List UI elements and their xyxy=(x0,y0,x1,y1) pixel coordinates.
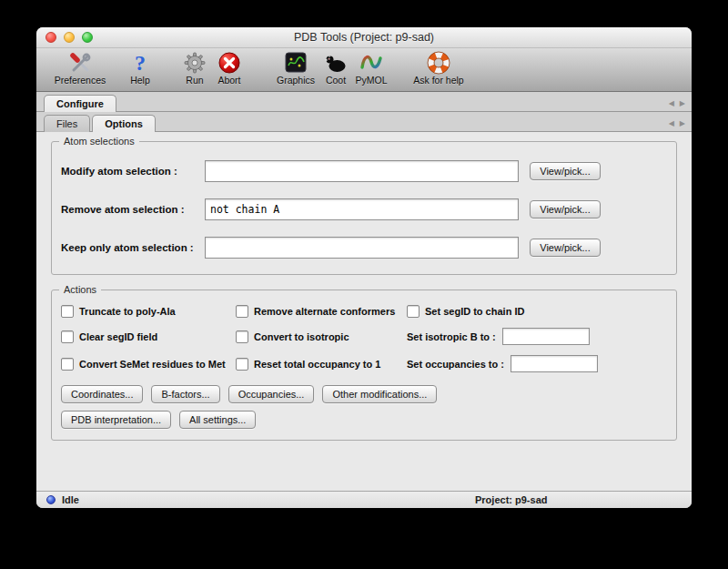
project-label: Project: p9-sad xyxy=(475,494,547,505)
window-title: PDB Tools (Project: p9-sad) xyxy=(36,27,692,47)
toolbar-label: Abort xyxy=(217,75,240,86)
set-occupancies-label: Set occupancies to : xyxy=(407,359,504,370)
toolbar-button-abort[interactable]: Abort xyxy=(213,50,246,86)
actions-buttons-row-1: Coordinates... B-factors... Occupancies.… xyxy=(61,385,667,403)
checkbox-icon[interactable] xyxy=(61,330,74,343)
coordinates-button[interactable]: Coordinates... xyxy=(61,385,143,403)
keep-only-atom-selection-label: Keep only atom selection : xyxy=(61,242,205,253)
checkbox-icon[interactable] xyxy=(61,305,74,318)
checkbox-clear-segid-field[interactable]: Clear segID field xyxy=(61,330,236,343)
other-modifications-button[interactable]: Other modifications... xyxy=(322,385,437,403)
toolbar-button-graphics[interactable]: Graphics xyxy=(273,50,318,86)
set-isotropic-b-field: Set isotropic B to : xyxy=(407,328,667,345)
status-text: Idle xyxy=(62,494,79,505)
checkbox-icon[interactable] xyxy=(61,358,74,371)
toolbar-label: Preferences xyxy=(55,75,106,86)
modify-atom-selection-label: Modify atom selection : xyxy=(61,166,205,177)
pymol-ribbon-icon xyxy=(359,50,383,75)
tab-scroll-left-icon[interactable]: ◀ xyxy=(669,100,674,107)
modify-atom-selection-row: Modify atom selection : View/pick... xyxy=(61,160,667,182)
isotropic-b-input[interactable] xyxy=(502,328,590,345)
checkbox-icon[interactable] xyxy=(236,358,248,371)
actions-group: Actions Truncate to poly-Ala Remove alte… xyxy=(51,290,677,441)
tools-icon xyxy=(68,50,92,75)
coot-bird-icon xyxy=(324,50,348,75)
all-settings-button[interactable]: All settings... xyxy=(179,411,256,429)
remove-atom-selection-input[interactable] xyxy=(205,198,519,220)
toolbar-label: Help xyxy=(130,75,150,86)
toolbar-button-help[interactable]: ? Help xyxy=(126,50,155,86)
toolbar: Preferences ? Help xyxy=(36,48,692,92)
tab-scroll-right-icon[interactable]: ▶ xyxy=(680,100,685,107)
actions-buttons-row-2: PDB interpretation... All settings... xyxy=(61,411,667,429)
set-isotropic-b-label: Set isotropic B to : xyxy=(407,331,496,342)
occupancies-button[interactable]: Occupancies... xyxy=(228,385,315,403)
minimize-button[interactable] xyxy=(64,32,75,43)
toolbar-button-pymol[interactable]: PyMOL xyxy=(353,50,389,86)
lifebuoy-icon xyxy=(427,50,450,75)
checkbox-icon[interactable] xyxy=(236,305,248,318)
checkbox-truncate-to-poly-ala[interactable]: Truncate to poly-Ala xyxy=(61,305,236,318)
remove-atom-selection-row: Remove atom selection : View/pick... xyxy=(61,198,667,220)
atom-selections-group-title: Atom selections xyxy=(59,136,139,147)
b-factors-button[interactable]: B-factors... xyxy=(151,385,219,403)
subtab-scroll-right-icon[interactable]: ▶ xyxy=(680,120,685,127)
checkbox-reset-total-occupancy[interactable]: Reset total occupancy to 1 xyxy=(236,358,407,371)
keep-only-atom-selection-row: Keep only atom selection : View/pick... xyxy=(61,237,667,259)
status-led-icon xyxy=(46,495,56,504)
checkbox-convert-to-isotropic[interactable]: Convert to isotropic xyxy=(236,330,407,343)
toolbar-label: Run xyxy=(186,75,203,86)
sub-tab-bar: Files Options ◀ ▶ xyxy=(36,112,692,132)
main-tab-bar: Configure ◀ ▶ xyxy=(36,92,692,112)
toolbar-label: Graphics xyxy=(277,75,315,86)
close-button[interactable] xyxy=(46,32,56,43)
tab-files[interactable]: Files xyxy=(44,115,90,132)
view-pick-keep-button[interactable]: View/pick... xyxy=(530,239,601,257)
app-window: PDB Tools (Project: p9-sad) Preferences … xyxy=(36,27,692,508)
toolbar-button-preferences[interactable]: Preferences xyxy=(51,50,109,86)
pdb-interpretation-button[interactable]: PDB interpretation... xyxy=(61,411,171,429)
modify-atom-selection-input[interactable] xyxy=(205,160,519,182)
abort-x-icon xyxy=(217,50,241,75)
toolbar-label: Ask for help xyxy=(413,75,463,86)
options-pane: Atom selections Modify atom selection : … xyxy=(36,132,692,441)
status-bar: Idle Project: p9-sad xyxy=(36,491,692,508)
checkbox-remove-alternate-conformers[interactable]: Remove alternate conformers xyxy=(236,305,407,318)
set-occupancies-field: Set occupancies to : xyxy=(407,355,667,372)
toolbar-button-coot[interactable]: Coot xyxy=(322,50,349,86)
traffic-lights xyxy=(46,32,93,43)
title-bar[interactable]: PDB Tools (Project: p9-sad) xyxy=(36,27,692,48)
help-question-icon: ? xyxy=(128,50,152,75)
svg-text:?: ? xyxy=(135,51,146,75)
keep-only-atom-selection-input[interactable] xyxy=(205,237,519,259)
subtab-scroll-left-icon[interactable]: ◀ xyxy=(669,120,674,127)
occupancies-input[interactable] xyxy=(511,355,598,372)
actions-group-title: Actions xyxy=(59,284,101,295)
checkbox-icon[interactable] xyxy=(236,330,248,343)
graphics-monitor-icon xyxy=(284,50,308,75)
atom-selections-group: Atom selections Modify atom selection : … xyxy=(51,141,677,275)
view-pick-modify-button[interactable]: View/pick... xyxy=(530,162,601,180)
tab-configure[interactable]: Configure xyxy=(44,95,116,112)
toolbar-label: Coot xyxy=(326,75,346,86)
main-tab-scroll-arrows: ◀ ▶ xyxy=(669,100,685,107)
remove-atom-selection-label: Remove atom selection : xyxy=(61,204,205,215)
gear-icon xyxy=(183,50,207,75)
sub-tab-scroll-arrows: ◀ ▶ xyxy=(669,120,685,127)
zoom-button[interactable] xyxy=(82,32,93,43)
checkbox-convert-semet-to-met[interactable]: Convert SeMet residues to Met xyxy=(61,358,236,371)
tab-options[interactable]: Options xyxy=(92,115,156,132)
toolbar-label: PyMOL xyxy=(355,75,387,86)
actions-grid: Truncate to poly-Ala Remove alternate co… xyxy=(61,305,667,372)
checkbox-set-segid-to-chain-id[interactable]: Set segID to chain ID xyxy=(407,305,667,318)
checkbox-icon[interactable] xyxy=(407,305,420,318)
toolbar-button-run[interactable]: Run xyxy=(181,50,208,86)
view-pick-remove-button[interactable]: View/pick... xyxy=(530,200,601,218)
toolbar-button-ask-for-help[interactable]: Ask for help xyxy=(407,50,470,86)
